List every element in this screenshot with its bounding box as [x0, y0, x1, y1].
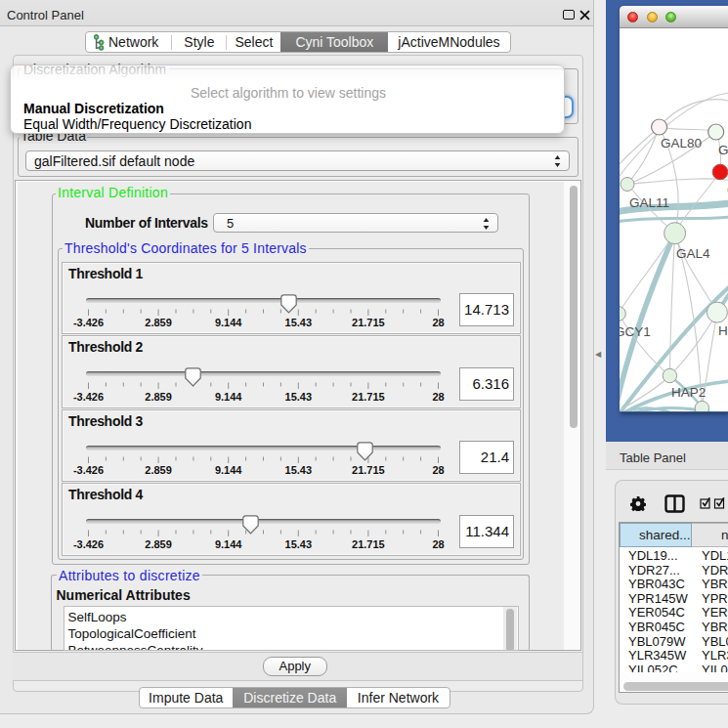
- svg-text:H: H: [718, 323, 728, 338]
- svg-text:HAP2: HAP2: [671, 385, 706, 400]
- svg-text:GAL11: GAL11: [629, 195, 669, 210]
- svg-text:GAL4: GAL4: [676, 246, 710, 261]
- svg-text:GAL80: GAL80: [661, 136, 702, 150]
- svg-text:G: G: [718, 143, 728, 157]
- svg-text:GCY1: GCY1: [620, 324, 651, 339]
